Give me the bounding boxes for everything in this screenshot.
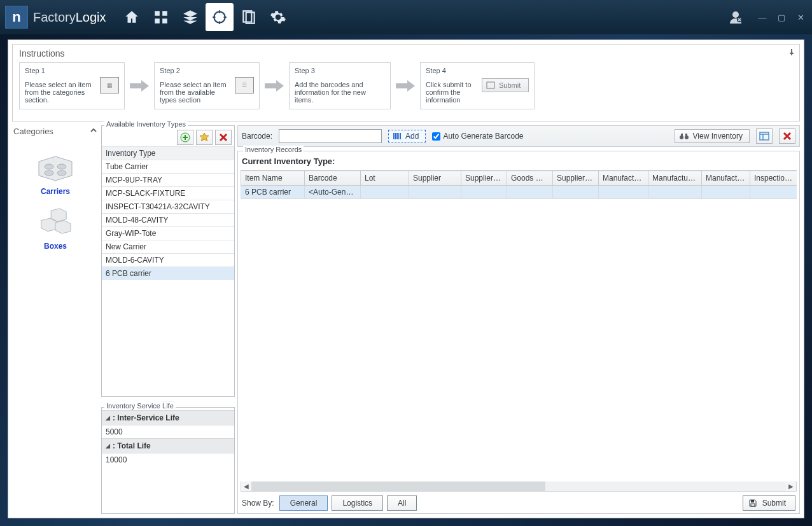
grid-column-header[interactable]: Goods Rec... — [507, 171, 553, 186]
nav-docs-icon[interactable] — [235, 3, 263, 31]
layout-button[interactable] — [756, 128, 773, 144]
svg-point-3 — [732, 11, 739, 18]
scroll-right-icon[interactable]: ▶ — [786, 483, 796, 490]
grid-column-header[interactable]: Supplier Pa... — [461, 171, 507, 186]
grid-column-header[interactable]: Manufacturer — [599, 171, 648, 186]
app-window: Instructions Step 1 Please select an ite… — [8, 39, 804, 518]
nav-stack-icon[interactable] — [176, 3, 204, 31]
carriers-icon — [32, 153, 78, 183]
scroll-left-icon[interactable]: ◀ — [241, 483, 251, 490]
step-4: Step 4 Click submit to confirm the infor… — [420, 62, 535, 109]
barcode-add-icon — [393, 132, 402, 140]
svg-point-7 — [57, 164, 66, 169]
instructions-panel: Instructions Step 1 Please select an ite… — [12, 44, 800, 121]
binoculars-icon — [679, 132, 689, 141]
arrow-right-icon — [130, 80, 149, 92]
collapse-icon[interactable] — [90, 127, 97, 136]
add-type-button[interactable] — [177, 130, 193, 145]
save-icon — [748, 499, 757, 508]
showby-all-button[interactable]: All — [387, 495, 417, 511]
inventory-type-row[interactable]: MCP-9UP-TRAY — [102, 173, 234, 186]
delete-type-button[interactable] — [215, 130, 232, 145]
current-inventory-type-label: Current Inventory Type: — [241, 154, 797, 170]
types-column-header[interactable]: Inventory Type — [102, 146, 234, 160]
inventory-type-row[interactable]: Tube Carrier — [102, 160, 234, 173]
add-barcode-button[interactable]: Add — [388, 130, 426, 142]
nav-target-icon[interactable] — [206, 3, 234, 31]
inventory-type-row[interactable]: MOLD-48-CAVITY — [102, 213, 234, 226]
category-boxes[interactable]: Boxes — [12, 207, 99, 251]
svg-point-9 — [57, 170, 66, 176]
category-carriers[interactable]: Carriers — [12, 153, 99, 196]
service-life-group-header[interactable]: ◢ : Total Life — [102, 438, 234, 453]
svg-rect-15 — [400, 133, 401, 139]
grid-column-header[interactable]: Supplier — [409, 171, 461, 186]
types-list: Tube CarrierMCP-9UP-TRAYMCP-SLACK-FIXTUR… — [102, 160, 234, 396]
nav-home-icon[interactable] — [118, 3, 146, 31]
window-close-icon[interactable]: ✕ — [793, 11, 808, 23]
svg-rect-13 — [396, 133, 398, 139]
svg-point-8 — [45, 170, 53, 176]
nav-settings-icon[interactable] — [264, 3, 292, 31]
app-toolbar: n FactoryLogix — ▢ ✕ — [0, 0, 812, 34]
arrow-right-icon — [396, 80, 415, 92]
svg-rect-18 — [681, 134, 683, 136]
instructions-title: Instructions — [19, 48, 793, 59]
svg-rect-20 — [760, 132, 769, 140]
window-minimize-icon[interactable]: — — [755, 11, 770, 23]
svg-rect-22 — [751, 504, 755, 506]
grid-column-header[interactable]: Manufacturer... — [648, 171, 702, 186]
inventory-records-panel: Inventory Records Current Inventory Type… — [237, 151, 800, 514]
arrow-right-icon — [265, 80, 284, 92]
svg-rect-11 — [393, 133, 395, 139]
showby-general-button[interactable]: General — [279, 495, 328, 511]
records-grid: Item NameBarcodeLotSupplierSupplier Pa..… — [241, 170, 797, 199]
inventory-type-row[interactable]: Gray-WIP-Tote — [102, 226, 234, 240]
categories-title: Categories — [13, 127, 53, 136]
inventory-type-row[interactable]: MOLD-6-CAVITY — [102, 253, 234, 266]
user-account-icon[interactable] — [724, 6, 747, 29]
svg-rect-14 — [398, 133, 399, 139]
nav-grid-icon[interactable] — [147, 3, 175, 31]
app-brand: FactoryLogix — [33, 10, 106, 25]
window-maximize-icon[interactable]: ▢ — [774, 11, 789, 23]
service-life-panel: Inventory Service Life ◢ : Inter-Service… — [101, 407, 235, 514]
step-1: Step 1 Please select an item from the ca… — [19, 62, 125, 109]
inventory-types-panel: Available Inventory Types Inventory Type… — [101, 125, 235, 397]
grid-column-header[interactable]: Item Name — [241, 171, 305, 186]
favorite-type-button[interactable] — [196, 130, 213, 145]
grid-column-header[interactable]: Inspection ... — [750, 171, 797, 186]
service-life-value: 5000 — [102, 425, 234, 438]
barcode-input[interactable] — [279, 129, 382, 143]
service-life-group-header[interactable]: ◢ : Inter-Service Life — [102, 410, 234, 425]
inventory-type-row[interactable]: New Carrier — [102, 240, 234, 253]
showby-logistics-button[interactable]: Logistics — [332, 495, 383, 511]
svg-point-6 — [45, 164, 53, 169]
inventory-type-row[interactable]: 6 PCB carrier — [102, 266, 234, 280]
step-3: Step 3 Add the barcodes and information … — [289, 62, 391, 109]
step-2: Step 2 Please select an item from the av… — [154, 62, 260, 109]
inventory-type-row[interactable]: MCP-SLACK-FIXTURE — [102, 186, 234, 200]
categories-panel: Categories Carriers — [12, 125, 99, 514]
table-row[interactable]: 6 PCB carrier<Auto-Gener... — [241, 186, 797, 199]
grid-column-header[interactable]: Barcode — [305, 171, 361, 186]
pin-icon[interactable] — [788, 48, 795, 58]
service-life-value: 10000 — [102, 453, 234, 466]
barcode-toolbar: Barcode: Add Auto Generate Barcode View … — [237, 125, 800, 147]
show-by-label: Show By: — [242, 499, 274, 508]
grid-column-header[interactable]: Supplier Jo... — [553, 171, 599, 186]
barcode-label: Barcode: — [242, 132, 272, 141]
view-inventory-button[interactable]: View Inventory — [675, 129, 750, 143]
submit-button[interactable]: Submit — [743, 495, 795, 511]
grid-column-header[interactable]: Manufactu... — [702, 171, 750, 186]
grid-column-header[interactable]: Lot — [361, 171, 409, 186]
svg-rect-12 — [395, 133, 396, 139]
step-submit-button[interactable]: Submit — [482, 78, 529, 92]
horizontal-scrollbar[interactable]: ◀ ▶ — [241, 481, 797, 492]
svg-rect-19 — [685, 134, 687, 136]
svg-rect-21 — [751, 500, 754, 502]
svg-rect-5 — [487, 82, 494, 88]
remove-record-button[interactable] — [779, 128, 795, 144]
auto-generate-checkbox[interactable]: Auto Generate Barcode — [432, 132, 523, 141]
inventory-type-row[interactable]: INSPECT-T30421A-32CAVITY — [102, 200, 234, 213]
